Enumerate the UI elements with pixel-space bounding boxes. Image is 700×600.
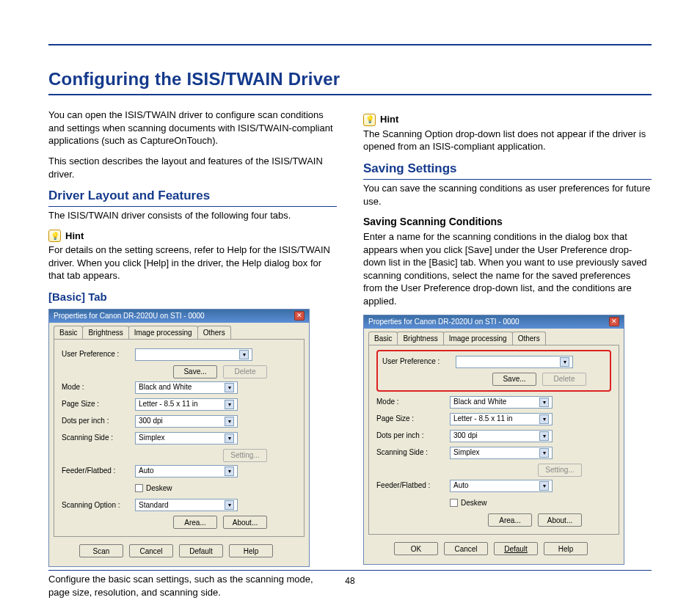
label-feeder: Feeder/Flatbed :: [62, 466, 135, 476]
section-driver-layout-p: The ISIS/TWAIN driver consists of the fo…: [48, 209, 337, 222]
h2-rule-2: [363, 179, 652, 180]
dialog-title-2: Properties for Canon DR-2020U on STI - 0…: [368, 317, 519, 327]
tab-image-processing[interactable]: Image processing: [128, 326, 198, 340]
hint-block-right: 💡 Hint: [363, 113, 652, 126]
setting-button[interactable]: Setting...: [223, 449, 267, 462]
hint-p-right: The Scanning Option drop-down list does …: [363, 128, 652, 153]
tab-basic-2[interactable]: Basic: [368, 332, 398, 345]
label-mode: Mode :: [62, 382, 135, 392]
intro-p1: You can open the ISIS/TWAIN driver to co…: [48, 109, 337, 147]
label-feeder-2: Feeder/Flatbed :: [376, 480, 450, 491]
dropdown-scanning-side-2[interactable]: Simplex▾: [450, 447, 553, 459]
cancel-button[interactable]: Cancel: [129, 544, 173, 557]
help-button-2[interactable]: Help: [544, 542, 588, 555]
dropdown-page-size[interactable]: Letter - 8.5 x 11 in▾: [135, 398, 238, 411]
page-title: Configuring the ISIS/TWAIN Driver: [48, 67, 652, 91]
label-mode-2: Mode :: [376, 397, 450, 407]
lightbulb-icon: 💡: [48, 230, 61, 242]
section-basic-tab-title: [Basic] Tab: [48, 290, 337, 304]
checkbox-deskew[interactable]: Deskew: [135, 483, 172, 494]
saving-settings-dialog: Properties for Canon DR-2020U on STI - 0…: [363, 315, 624, 565]
section-driver-layout-title: Driver Layout and Features: [48, 188, 337, 205]
close-icon[interactable]: ✕: [294, 311, 305, 321]
label-scanning-side: Scanning Side :: [62, 433, 135, 443]
dropdown-feeder-2[interactable]: Auto▾: [450, 480, 553, 492]
default-button-2[interactable]: Default: [494, 542, 538, 555]
h2-rule-1: [48, 206, 337, 207]
dropdown-mode[interactable]: Black and White▾: [135, 381, 238, 394]
tab-brightness-2[interactable]: Brightness: [397, 332, 443, 345]
save-button[interactable]: Save...: [173, 365, 217, 378]
right-column: 💡 Hint The Scanning Option drop-down lis…: [363, 109, 652, 600]
intro-p2: This section describes the layout and fe…: [48, 155, 337, 180]
checkbox-deskew-2[interactable]: Deskew: [450, 498, 487, 508]
dropdown-mode-2[interactable]: Black and White▾: [450, 396, 553, 409]
dropdown-user-preference[interactable]: ▾: [135, 348, 252, 361]
dialog-titlebar: Properties for Canon DR-2020U on STI - 0…: [49, 310, 309, 323]
tab-brightness[interactable]: Brightness: [82, 326, 128, 340]
hint-label-left: Hint: [65, 230, 84, 243]
dropdown-scanning-option[interactable]: Standard▾: [135, 499, 238, 511]
hint-label-right: Hint: [380, 113, 398, 126]
page-number: 48: [0, 575, 700, 587]
saving-conditions-p: Enter a name for the scanning conditions…: [363, 230, 652, 307]
top-rule: [48, 44, 652, 45]
left-column: You can open the ISIS/TWAIN driver to co…: [48, 109, 337, 600]
dialog-title: Properties for Canon DR-2020U on STI - 0…: [54, 311, 205, 321]
footer-rule: [48, 570, 652, 571]
dialog-body: User Preference : ▾ Save... Delete Mode …: [54, 339, 305, 537]
dialog-titlebar-2: Properties for Canon DR-2020U on STI - 0…: [364, 315, 624, 329]
dialog-body-2: User Preference : ▾ Save... Delete Mode …: [368, 345, 619, 535]
label-dpi: Dots per inch :: [62, 416, 135, 426]
hint-block-left: 💡 Hint: [48, 230, 337, 243]
h1-rule: [48, 94, 652, 95]
label-user-preference-2: User Preference :: [382, 356, 456, 367]
dropdown-dpi-2[interactable]: 300 dpi▾: [450, 430, 553, 442]
lightbulb-icon: 💡: [363, 114, 376, 126]
setting-button-2[interactable]: Setting...: [538, 464, 582, 477]
subsection-saving-conditions-title: Saving Scanning Conditions: [363, 215, 652, 229]
default-button[interactable]: Default: [179, 544, 223, 557]
user-preference-highlight: User Preference : ▾ Save... Delete: [376, 350, 611, 392]
delete-button-2[interactable]: Delete: [542, 373, 586, 386]
tab-others[interactable]: Others: [197, 326, 231, 340]
area-button[interactable]: Area...: [173, 516, 217, 529]
scan-button[interactable]: Scan: [79, 544, 123, 557]
dropdown-feeder[interactable]: Auto▾: [135, 465, 238, 478]
dialog-tabs-2: Basic Brightness Image processing Others: [364, 329, 624, 345]
ok-button[interactable]: OK: [394, 542, 438, 555]
label-dpi-2: Dots per inch :: [376, 431, 450, 441]
help-button[interactable]: Help: [229, 544, 273, 557]
label-page-size: Page Size :: [62, 399, 135, 409]
tab-basic[interactable]: Basic: [54, 326, 83, 340]
label-scanning-option: Scanning Option :: [62, 500, 135, 511]
hint-p-left: For details on the setting screens, refe…: [48, 244, 337, 282]
label-scanning-side-2: Scanning Side :: [376, 447, 450, 458]
section-saving-settings-title: Saving Settings: [363, 161, 652, 178]
dropdown-page-size-2[interactable]: Letter - 8.5 x 11 in▾: [450, 413, 553, 425]
dropdown-scanning-side[interactable]: Simplex▾: [135, 432, 238, 444]
dropdown-user-preference-2[interactable]: ▾: [456, 356, 573, 368]
tab-others-2[interactable]: Others: [512, 332, 546, 345]
chevron-down-icon: ▾: [560, 357, 569, 367]
tab-image-processing-2[interactable]: Image processing: [443, 332, 513, 345]
close-icon[interactable]: ✕: [609, 317, 619, 326]
saving-settings-p: You can save the scanning conditions as …: [363, 182, 652, 208]
delete-button[interactable]: Delete: [223, 365, 267, 378]
cancel-button-2[interactable]: Cancel: [444, 542, 488, 555]
save-button-2[interactable]: Save...: [492, 373, 536, 386]
about-button[interactable]: About...: [223, 516, 267, 529]
area-button-2[interactable]: Area...: [488, 513, 532, 527]
label-page-size-2: Page Size :: [376, 414, 450, 424]
basic-tab-dialog: Properties for Canon DR-2020U on STI - 0…: [48, 309, 310, 567]
chevron-down-icon: ▾: [239, 350, 249, 359]
label-user-preference: User Preference :: [62, 349, 135, 359]
dropdown-dpi[interactable]: 300 dpi▾: [135, 415, 238, 428]
dialog-tabs: Basic Brightness Image processing Others: [49, 323, 309, 340]
about-button-2[interactable]: About...: [538, 513, 582, 527]
